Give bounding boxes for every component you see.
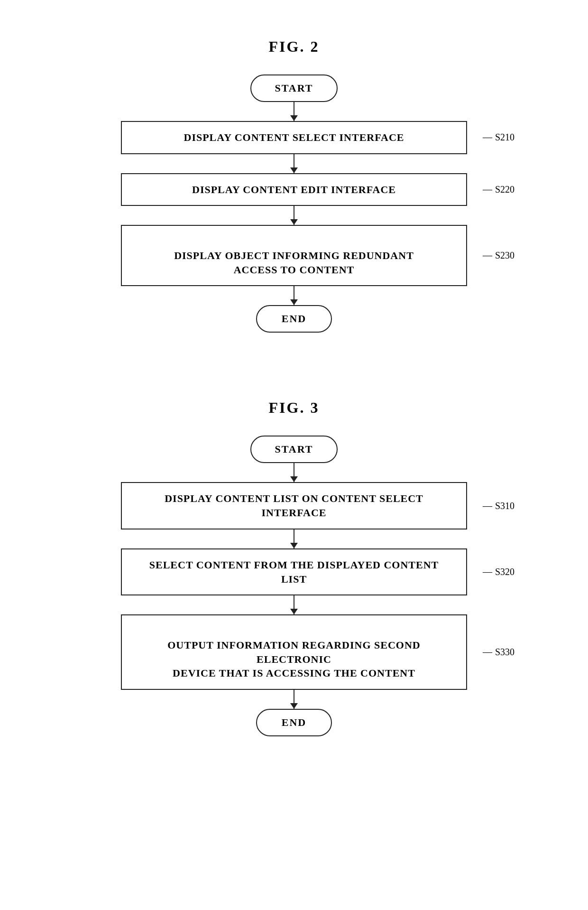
fig2-step-s220-id: S220 (483, 184, 514, 195)
fig3-title: FIG. 3 (0, 399, 588, 417)
fig2-step-s220-label: DISPLAY CONTENT EDIT INTERFACE (192, 184, 396, 195)
fig3-arrow-3 (294, 595, 294, 614)
fig3-step-s310-label: DISPLAY CONTENT LIST ON CONTENT SELECT I… (165, 492, 423, 519)
fig2-step-s210: DISPLAY CONTENT SELECT INTERFACE (121, 121, 467, 154)
fig3-step-s330-label: OUTPUT INFORMATION REGARDING SECOND ELEC… (167, 639, 421, 679)
fig3-step-s320-label: SELECT CONTENT FROM THE DISPLAYED CONTEN… (149, 559, 439, 585)
fig2-arrow-3 (294, 206, 294, 225)
fig2-step-s210-wrapper: DISPLAY CONTENT SELECT INTERFACE S210 (121, 121, 467, 154)
fig2-end: END (256, 305, 332, 333)
fig3-step-s320-id: S320 (483, 566, 514, 577)
fig2-start: START (250, 74, 338, 102)
fig2-step-s220: DISPLAY CONTENT EDIT INTERFACE (121, 173, 467, 206)
fig3-step-s330-wrapper: OUTPUT INFORMATION REGARDING SECOND ELEC… (121, 614, 467, 690)
fig3-step-s310-wrapper: DISPLAY CONTENT LIST ON CONTENT SELECT I… (121, 482, 467, 529)
fig2-section: FIG. 2 START DISPLAY CONTENT SELECT INTE… (0, 19, 588, 342)
fig3-end: END (256, 709, 332, 736)
fig2-arrow-1 (294, 102, 294, 121)
fig3-step-s330-id: S330 (483, 647, 514, 658)
fig3-step-s310: DISPLAY CONTENT LIST ON CONTENT SELECT I… (121, 482, 467, 529)
fig2-step-s210-label: DISPLAY CONTENT SELECT INTERFACE (184, 131, 404, 143)
fig2-arrow-2 (294, 154, 294, 173)
fig3-step-s310-id: S310 (483, 501, 514, 511)
fig2-step-s230: DISPLAY OBJECT INFORMING REDUNDANT ACCES… (121, 225, 467, 286)
fig3-step-s320: SELECT CONTENT FROM THE DISPLAYED CONTEN… (121, 548, 467, 595)
fig3-start: START (250, 436, 338, 463)
fig3-step-s330: OUTPUT INFORMATION REGARDING SECOND ELEC… (121, 614, 467, 690)
fig2-title: FIG. 2 (0, 38, 588, 56)
fig3-section: FIG. 3 START DISPLAY CONTENT LIST ON CON… (0, 380, 588, 746)
fig3-arrow-1 (294, 463, 294, 482)
fig3-arrow-4 (294, 690, 294, 709)
fig2-step-s210-id: S210 (483, 132, 514, 143)
fig2-step-s230-wrapper: DISPLAY OBJECT INFORMING REDUNDANT ACCES… (121, 225, 467, 286)
fig3-step-s320-wrapper: SELECT CONTENT FROM THE DISPLAYED CONTEN… (121, 548, 467, 595)
fig3-arrow-2 (294, 529, 294, 548)
fig3-flowchart: START DISPLAY CONTENT LIST ON CONTENT SE… (0, 436, 588, 736)
page: FIG. 2 START DISPLAY CONTENT SELECT INTE… (0, 0, 588, 910)
fig2-step-s220-wrapper: DISPLAY CONTENT EDIT INTERFACE S220 (121, 173, 467, 206)
fig2-step-s230-id: S230 (483, 250, 514, 261)
fig2-step-s230-label: DISPLAY OBJECT INFORMING REDUNDANT ACCES… (174, 250, 414, 276)
fig2-arrow-4 (294, 286, 294, 305)
section-gap (0, 342, 588, 380)
fig2-flowchart: START DISPLAY CONTENT SELECT INTERFACE S… (0, 74, 588, 333)
